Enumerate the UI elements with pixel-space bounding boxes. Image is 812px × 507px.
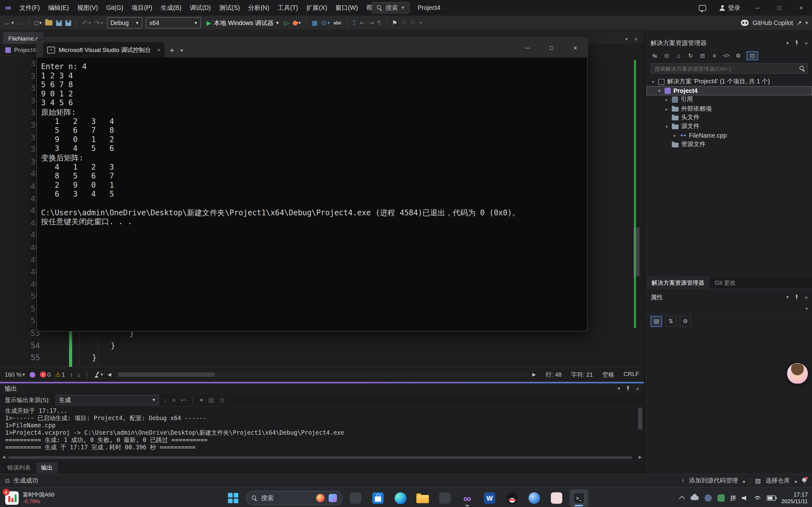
feedback-icon[interactable] <box>692 0 713 15</box>
onedrive-icon[interactable] <box>690 496 698 500</box>
pin-icon[interactable] <box>626 386 630 392</box>
word-wrap-icon[interactable]: ▤ <box>208 396 214 404</box>
open-file-button[interactable] <box>45 20 53 25</box>
menu-build[interactable]: 生成(B) <box>156 0 186 15</box>
menu-extensions[interactable]: 扩展(X) <box>302 0 331 15</box>
new-project-button[interactable]: □▾ <box>35 19 42 26</box>
platform-dropdown[interactable]: x64▾ <box>146 17 201 29</box>
column-indicator[interactable]: 字符: 21 <box>571 371 593 379</box>
chevron-down-icon[interactable]: ▾ <box>786 41 789 46</box>
save-button[interactable] <box>56 20 62 26</box>
messages-icon[interactable]: ≡ <box>172 397 175 403</box>
output-vertical-scrollbar[interactable] <box>638 408 643 453</box>
scrollbar-thumb[interactable] <box>633 227 640 277</box>
menu-file[interactable]: 文件(F) <box>15 0 44 15</box>
console-close-button[interactable]: × <box>563 38 587 57</box>
output-log[interactable]: 生成开始于 17:17... 1>------ 已启动生成: 项目: Proje… <box>0 407 644 454</box>
console-maximize-button[interactable]: □ <box>540 38 563 57</box>
navigate-back-button[interactable]: ←▾ <box>4 19 14 26</box>
taskbar-app-3[interactable] <box>547 489 566 507</box>
wrap-icon[interactable]: ↩ <box>181 396 186 404</box>
compare-files-button[interactable]: ▦ <box>312 19 318 26</box>
code-cleanup-button[interactable]: ▾ <box>93 372 103 378</box>
taskbar-search[interactable]: 搜索 <box>246 491 343 505</box>
warning-indicator[interactable]: ⚠1 <box>55 371 65 378</box>
tray-app-icon-1[interactable] <box>704 495 712 502</box>
microsoft-store-button[interactable] <box>369 489 388 507</box>
whitespace-toggle-button[interactable]: ¶ <box>377 19 381 26</box>
solution-search-box[interactable] <box>651 63 808 74</box>
close-icon[interactable]: × <box>636 386 640 392</box>
volume-icon[interactable] <box>742 496 749 501</box>
notifications-button[interactable] <box>802 478 807 484</box>
redo-button[interactable]: ↷▾ <box>95 19 103 26</box>
menu-window[interactable]: 窗口(W) <box>331 0 362 15</box>
tab-git-changes[interactable]: Git 更改 <box>710 277 741 288</box>
properties-header[interactable]: 属性 ▾ × <box>646 291 812 303</box>
next-bookmark-button[interactable]: ⚐ <box>410 19 416 26</box>
next-issue-button[interactable]: ↓ <box>78 372 80 378</box>
editor-scrollbar[interactable] <box>633 56 641 367</box>
previous-issue-button[interactable]: ↑ <box>70 372 73 378</box>
output-horizontal-scrollbar[interactable]: ◀ ▶ <box>0 454 644 461</box>
close-icon[interactable]: × <box>805 40 808 46</box>
show-all-files-icon[interactable]: ≡ <box>711 52 718 59</box>
increase-indent-button[interactable]: ⇥ <box>369 19 374 26</box>
hscroll-right-icon[interactable]: ▶ <box>639 455 642 460</box>
menu-edit[interactable]: 编辑(E) <box>44 0 73 15</box>
tree-item-source-files[interactable]: ▾ 源文件 <box>646 122 812 131</box>
refresh-icon[interactable]: ↻ <box>687 52 694 59</box>
select-repository-button[interactable]: 选择仓库 <box>765 476 790 485</box>
tree-item-project4[interactable]: ▾ Project4 <box>646 86 812 95</box>
toggle-bookmark-button[interactable]: ⚑ <box>392 19 398 26</box>
collapse-all-icon[interactable]: ⊟ <box>699 52 706 59</box>
qq-floating-avatar[interactable] <box>787 363 808 384</box>
file-explorer-button[interactable] <box>413 489 432 507</box>
hscroll-left-icon[interactable]: ◀ <box>2 455 5 460</box>
spell-checker-button[interactable]: abc <box>334 20 342 25</box>
output-panel-header[interactable]: 输出 ▾ × <box>0 383 644 394</box>
background-tasks-icon[interactable]: ⊡ <box>5 478 9 484</box>
console-minimize-button[interactable]: ─ <box>516 38 540 57</box>
solution-explorer-header[interactable]: 解决方案资源管理器 ▾ × <box>646 37 812 49</box>
clear-all-icon[interactable]: × <box>200 397 203 403</box>
taskbar-app-2[interactable] <box>436 489 454 507</box>
horizontal-scrollbar[interactable] <box>116 372 527 377</box>
hot-reload-button[interactable]: ▾ <box>293 20 301 25</box>
chevron-down-icon[interactable]: ▾ <box>657 88 662 93</box>
console-tab[interactable]: > Microsoft Visual Studio 调试控制台 × <box>43 42 165 58</box>
taskbar-clock[interactable]: 17:17 2025/11/11 <box>781 491 808 505</box>
network-icon[interactable] <box>754 496 761 501</box>
breadcrumb-project[interactable]: Project4 <box>14 47 36 53</box>
chevron-down-icon[interactable]: ▾ <box>786 294 789 300</box>
tree-item-filename-cpp[interactable]: ▸ ++ FileName.cpp <box>646 131 812 140</box>
properties-object-dropdown[interactable]: ▾ <box>646 303 812 314</box>
visual-studio-button[interactable]: ∞ <box>458 489 476 507</box>
menu-tools[interactable]: 工具(T) <box>273 0 302 15</box>
hscroll-thumb[interactable] <box>8 456 632 459</box>
live-share-button[interactable]: ⊙▾ <box>321 19 330 26</box>
tab-solution-explorer[interactable]: 解决方案资源管理器 <box>646 277 710 288</box>
zoom-dropdown[interactable]: 160 %▾ <box>5 372 25 378</box>
chevron-right-icon[interactable]: ▸ <box>664 106 669 111</box>
output-source-dropdown[interactable]: 生成▾ <box>55 395 159 405</box>
tray-app-icon-2[interactable] <box>717 495 724 502</box>
timestamp-icon[interactable]: ◷ <box>219 396 224 404</box>
menu-project[interactable]: 项目(P) <box>128 0 157 15</box>
error-indicator[interactable]: ×0 <box>40 372 50 378</box>
console-title-bar[interactable]: > Microsoft Visual Studio 调试控制台 × + ▾ ─ … <box>37 38 587 57</box>
menu-git[interactable]: Git(G) <box>102 0 128 15</box>
browser-button[interactable] <box>525 489 544 507</box>
navigate-forward-button[interactable]: → <box>17 19 24 26</box>
home-icon[interactable]: ⌂ <box>675 52 682 59</box>
start-without-debugging-button[interactable]: ▷ <box>284 19 289 26</box>
pin-icon[interactable] <box>795 40 799 46</box>
global-search-box[interactable]: 搜索 ▾ <box>371 2 409 14</box>
sign-in-button[interactable]: 登录 <box>713 3 747 12</box>
tray-overflow-icon[interactable] <box>679 496 685 502</box>
decrease-indent-button[interactable]: ⇤ <box>360 19 365 26</box>
pin-icon[interactable] <box>795 294 799 300</box>
line-indicator[interactable]: 行: 48 <box>546 371 562 379</box>
qq-button[interactable] <box>503 489 521 507</box>
eol-indicator[interactable]: CRLF <box>623 371 639 379</box>
